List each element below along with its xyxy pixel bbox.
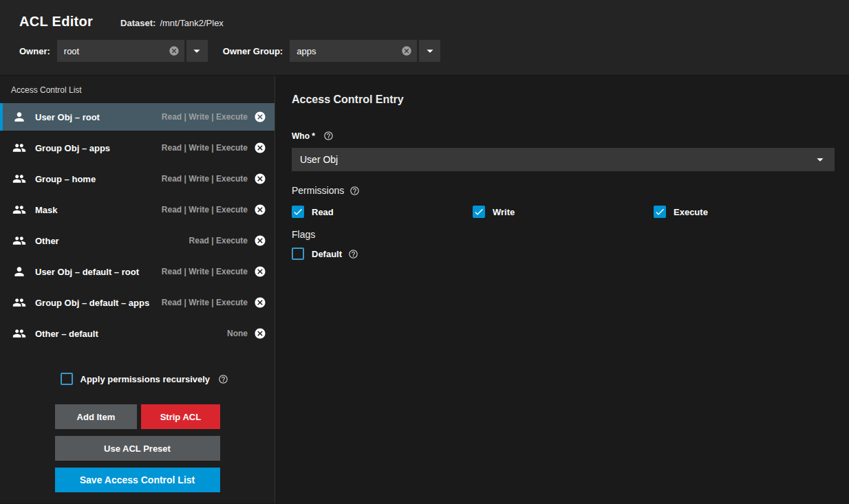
- person-icon: [12, 265, 26, 278]
- checkbox-box: [292, 248, 304, 260]
- owner-input[interactable]: [57, 40, 184, 62]
- acl-list-panel: Access Control List User Obj – rootRead …: [0, 76, 275, 503]
- ace-label: User Obj – default – root: [35, 267, 139, 277]
- permissions-label: Permissions: [292, 185, 344, 196]
- ace-label: Mask: [35, 205, 58, 215]
- checkbox-box: [654, 206, 666, 218]
- recursive-checkbox-label: Apply permissions recursively: [80, 374, 211, 384]
- person-icon: [12, 110, 26, 124]
- owner-dropdown-button[interactable]: [186, 40, 208, 62]
- acl-list-item[interactable]: User Obj – default – rootRead | Write | …: [0, 258, 275, 285]
- access-control-entry-panel: Access Control Entry Who * User Obj Perm…: [275, 76, 849, 503]
- checkbox-label: Default: [312, 249, 342, 259]
- header-bar: ACL Editor Dataset:/mnt/Tank2/Plex Owner…: [0, 0, 849, 76]
- ace-permissions-summary: None: [227, 329, 248, 338]
- ace-label: Group – home: [35, 174, 96, 184]
- checkbox-label: Write: [493, 207, 515, 217]
- acl-list-item[interactable]: OtherRead | Execute: [0, 227, 275, 254]
- owner-combo: [57, 40, 184, 62]
- flag-checkboxes: Default: [292, 248, 835, 260]
- help-icon[interactable]: [218, 374, 228, 384]
- chevron-down-icon: [813, 152, 828, 167]
- remove-ace-icon[interactable]: [254, 265, 266, 278]
- checkbox-box: [61, 373, 73, 385]
- save-acl-button[interactable]: Save Access Control List: [55, 468, 220, 492]
- remove-ace-icon[interactable]: [254, 142, 266, 154]
- help-icon[interactable]: [348, 249, 358, 259]
- checkbox-box: [292, 206, 304, 218]
- acl-list-item[interactable]: MaskRead | Write | Execute: [0, 196, 275, 223]
- ace-title: Access Control Entry: [292, 94, 835, 106]
- ace-permissions-summary: Read | Execute: [189, 236, 248, 245]
- owner-group-clear-icon[interactable]: [401, 45, 412, 56]
- dataset-label: Dataset:: [120, 18, 155, 28]
- permission-checkboxes: ReadWriteExecute: [292, 206, 835, 218]
- write-checkbox[interactable]: Write: [473, 206, 654, 218]
- chevron-down-icon: [189, 43, 204, 58]
- group-icon: [12, 203, 26, 217]
- who-select[interactable]: User Obj: [292, 148, 835, 171]
- ace-permissions-summary: Read | Write | Execute: [162, 267, 248, 276]
- owner-group-input[interactable]: [290, 40, 417, 62]
- acl-list-item[interactable]: Group Obj – appsRead | Write | Execute: [0, 134, 275, 162]
- chevron-down-icon: [422, 43, 438, 58]
- read-checkbox[interactable]: Read: [292, 206, 473, 218]
- dataset-value: /mnt/Tank2/Plex: [160, 18, 224, 28]
- use-acl-preset-button[interactable]: Use ACL Preset: [55, 436, 220, 461]
- owner-clear-icon[interactable]: [169, 45, 180, 56]
- group-icon: [12, 172, 26, 186]
- checkbox-box: [473, 206, 485, 218]
- who-label: Who *: [292, 131, 315, 141]
- checkbox-label: Read: [312, 207, 334, 217]
- ace-permissions-summary: Read | Write | Execute: [162, 174, 248, 184]
- ace-label: Other: [35, 236, 59, 246]
- owner-group-label: Owner Group:: [223, 46, 283, 56]
- who-select-value: User Obj: [300, 154, 338, 165]
- recursive-checkbox[interactable]: Apply permissions recursively: [55, 373, 220, 385]
- group-icon: [12, 327, 26, 340]
- remove-ace-icon[interactable]: [254, 204, 266, 216]
- default-checkbox[interactable]: Default: [292, 248, 358, 260]
- remove-ace-icon[interactable]: [254, 234, 266, 247]
- owner-group-combo: [290, 40, 417, 62]
- who-help-icon[interactable]: [323, 131, 334, 141]
- acl-list-item[interactable]: Group – homeRead | Write | Execute: [0, 165, 275, 193]
- flags-label: Flags: [292, 229, 315, 240]
- remove-ace-icon[interactable]: [254, 173, 266, 185]
- owner-group-dropdown-button[interactable]: [419, 40, 440, 62]
- ace-label: User Obj – root: [35, 112, 100, 122]
- dataset-info: Dataset:/mnt/Tank2/Plex: [120, 18, 224, 28]
- ace-label: Group Obj – default – apps: [35, 298, 149, 308]
- ace-label: Group Obj – apps: [35, 143, 110, 153]
- acl-list-item[interactable]: Group Obj – default – appsRead | Write |…: [0, 289, 275, 316]
- execute-checkbox[interactable]: Execute: [654, 206, 835, 218]
- strip-acl-button[interactable]: Strip ACL: [141, 404, 219, 429]
- remove-ace-icon[interactable]: [254, 111, 266, 123]
- acl-list-title: Access Control List: [0, 76, 275, 103]
- ace-label: Other – default: [35, 329, 98, 339]
- group-icon: [12, 234, 26, 248]
- add-item-button[interactable]: Add Item: [55, 404, 138, 429]
- owner-label: Owner:: [19, 46, 50, 56]
- ace-permissions-summary: Read | Write | Execute: [162, 205, 248, 215]
- remove-ace-icon[interactable]: [254, 296, 266, 309]
- acl-list-item[interactable]: Other – defaultNone: [0, 320, 275, 347]
- remove-ace-icon[interactable]: [254, 327, 266, 340]
- page-title: ACL Editor: [19, 14, 93, 30]
- ace-permissions-summary: Read | Write | Execute: [162, 298, 248, 307]
- ace-permissions-summary: Read | Write | Execute: [162, 143, 248, 153]
- permissions-help-icon[interactable]: [350, 186, 360, 196]
- group-icon: [12, 141, 26, 155]
- acl-items-container: User Obj – rootRead | Write | ExecuteGro…: [0, 103, 275, 351]
- acl-list-item[interactable]: User Obj – rootRead | Write | Execute: [0, 103, 275, 131]
- checkbox-label: Execute: [674, 207, 708, 217]
- ace-permissions-summary: Read | Write | Execute: [162, 112, 248, 122]
- group-icon: [12, 296, 26, 309]
